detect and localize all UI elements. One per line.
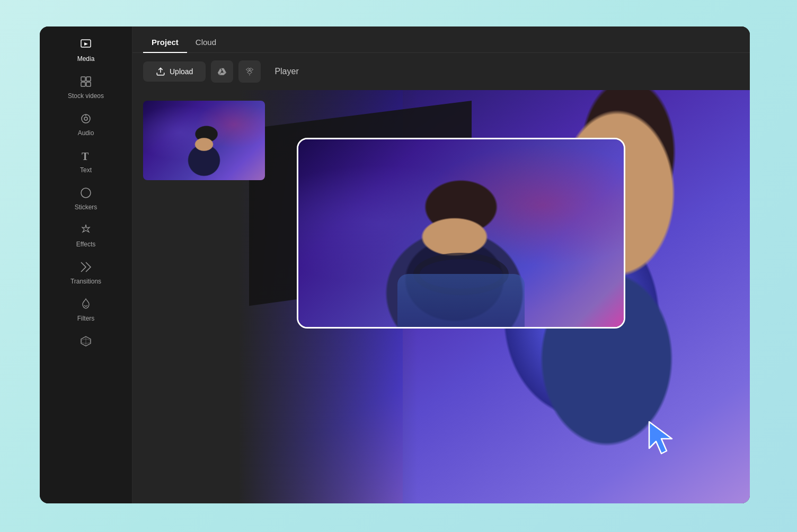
filters-icon bbox=[79, 298, 92, 313]
media-area bbox=[132, 90, 750, 503]
sidebar-item-transitions-label: Transitions bbox=[70, 278, 101, 285]
transitions-icon bbox=[79, 261, 92, 276]
google-drive-icon bbox=[217, 67, 227, 76]
cursor-arrow bbox=[647, 419, 681, 461]
tabs-bar: Project Cloud bbox=[132, 26, 750, 53]
sidebar-item-transitions[interactable]: Transitions bbox=[40, 254, 132, 291]
svg-rect-5 bbox=[86, 82, 91, 86]
sidebar-item-filters-label: Filters bbox=[77, 315, 95, 322]
svg-marker-1 bbox=[84, 42, 88, 46]
player-label: Player bbox=[274, 67, 298, 76]
sidebar-item-stock-videos-label: Stock videos bbox=[68, 92, 104, 100]
sidebar-item-stickers[interactable]: Stickers bbox=[40, 180, 132, 217]
main-content: Project Cloud Upload bbox=[132, 26, 750, 503]
google-drive-button[interactable] bbox=[211, 60, 233, 83]
sidebar-item-text-label: Text bbox=[80, 166, 92, 174]
sidebar-item-text[interactable]: T Text bbox=[40, 143, 132, 180]
svg-point-10 bbox=[81, 188, 91, 198]
effects-icon bbox=[79, 224, 92, 238]
media-icon bbox=[79, 38, 92, 53]
preview-card bbox=[297, 138, 625, 329]
tab-project[interactable]: Project bbox=[143, 32, 187, 53]
upload-icon bbox=[156, 67, 165, 76]
stickers-icon bbox=[79, 187, 92, 201]
sidebar-item-filters[interactable]: Filters bbox=[40, 291, 132, 329]
sidebar-item-effects-label: Effects bbox=[76, 241, 95, 248]
sidebar-item-audio-label: Audio bbox=[78, 129, 94, 137]
dropbox-button[interactable] bbox=[238, 60, 261, 83]
text-icon: T bbox=[79, 149, 92, 164]
sidebar-item-stickers-label: Stickers bbox=[75, 203, 98, 211]
sidebar-item-media-label: Media bbox=[77, 55, 95, 63]
sidebar-item-media[interactable]: Media bbox=[40, 32, 132, 69]
svg-rect-4 bbox=[81, 82, 85, 86]
svg-rect-3 bbox=[86, 77, 91, 81]
sidebar-item-3d[interactable] bbox=[40, 329, 132, 356]
audio-icon bbox=[79, 112, 92, 127]
stock-videos-icon bbox=[79, 75, 92, 90]
app-window: Media Stock videos bbox=[40, 26, 750, 503]
sidebar-item-effects[interactable]: Effects bbox=[40, 217, 132, 254]
toolbar: Upload Player bbox=[132, 53, 750, 90]
svg-point-7 bbox=[84, 117, 87, 120]
tab-cloud[interactable]: Cloud bbox=[187, 32, 225, 53]
svg-text:T: T bbox=[82, 150, 89, 162]
thumbnail[interactable] bbox=[143, 101, 265, 180]
dropbox-icon bbox=[245, 67, 254, 76]
sidebar-item-stock-videos[interactable]: Stock videos bbox=[40, 69, 132, 106]
svg-rect-2 bbox=[81, 77, 85, 81]
sidebar: Media Stock videos bbox=[40, 26, 132, 503]
3d-icon bbox=[79, 335, 92, 350]
upload-button[interactable]: Upload bbox=[143, 61, 206, 82]
sidebar-item-audio[interactable]: Audio bbox=[40, 106, 132, 143]
